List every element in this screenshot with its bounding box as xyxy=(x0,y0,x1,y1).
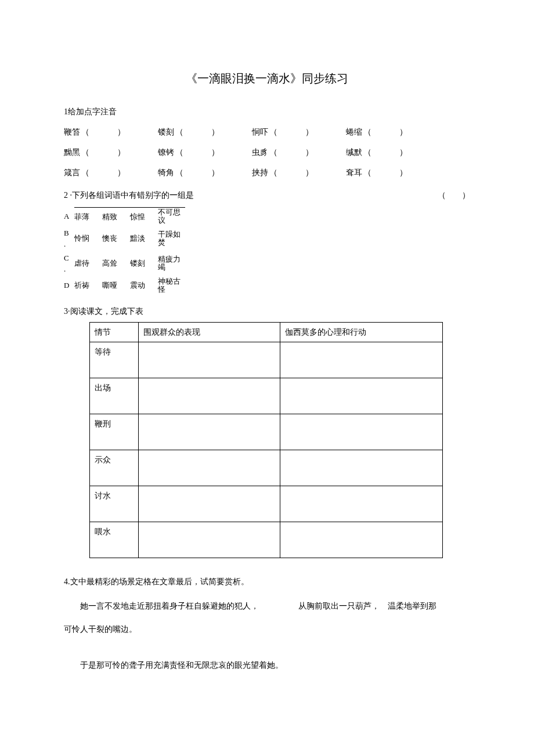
pinyin-word: 镂刻 xyxy=(158,126,174,138)
pinyin-row-3: 箴言 犄角 挟持 耷耳 xyxy=(64,167,470,179)
opt-word: 菲薄 xyxy=(74,208,102,226)
option-a: A 菲薄 精致 惊惶 不可思议 xyxy=(64,208,185,226)
paren xyxy=(174,167,219,179)
paren xyxy=(174,126,219,138)
paren xyxy=(362,146,407,158)
plot-cell: 出场 xyxy=(90,378,139,414)
opt-word: 虐待 xyxy=(74,251,102,276)
table-row: 喂水 xyxy=(90,522,443,558)
pinyin-word: 黝黑 xyxy=(64,146,80,158)
pinyin-row-1: 鞭笞 镂刻 恫吓 蜷缩 xyxy=(64,126,470,138)
col-quasimodo: 伽西莫多的心理和行动 xyxy=(280,323,443,342)
empty-cell xyxy=(280,378,443,414)
paren xyxy=(80,146,125,158)
pinyin-row-2: 黝黑 镣铐 虫豸 缄默 xyxy=(64,146,470,158)
opt-letter: D xyxy=(64,276,74,295)
empty-cell xyxy=(139,342,280,378)
option-d: D 祈祷 嘶哑 震动 神秘古怪 xyxy=(64,276,185,295)
opt-word: 黯淡 xyxy=(130,226,158,251)
pinyin-word: 鞭笞 xyxy=(64,126,80,138)
option-b: B. 怜悯 懊丧 黯淡 干躁如焚 xyxy=(64,226,185,251)
empty-cell xyxy=(280,450,443,486)
passage-seg: 从胸前取出一只葫芦， xyxy=(298,599,380,613)
empty-cell xyxy=(280,342,443,378)
opt-word: 干躁如焚 xyxy=(158,226,185,251)
opt-word: 神秘古怪 xyxy=(158,276,185,295)
opt-letter: C. xyxy=(64,251,74,276)
pinyin-word: 缄默 xyxy=(346,146,362,158)
pinyin-word: 犄角 xyxy=(158,167,174,179)
plot-cell: 喂水 xyxy=(90,522,139,558)
table-row: 鞭刑 xyxy=(90,414,443,450)
empty-cell xyxy=(280,486,443,522)
passage-seg: 她一言不发地走近那扭着身子枉自躲避她的犯人， xyxy=(64,599,259,613)
page-title: 《一滴眼泪换一滴水》同步练习 xyxy=(64,70,470,87)
plot-cell: 讨水 xyxy=(90,486,139,522)
q2-header: 2 ·下列各组词语中有错别字的一组是 xyxy=(64,189,194,201)
empty-cell xyxy=(139,522,280,558)
pinyin-word: 箴言 xyxy=(64,167,80,179)
opt-word: 精疲力竭 xyxy=(158,251,185,276)
opt-word: 祈祷 xyxy=(74,276,102,295)
paren xyxy=(80,126,125,138)
q2-row: 2 ·下列各组词语中有错别字的一组是 xyxy=(64,189,470,201)
paren xyxy=(80,167,125,179)
pinyin-word: 恫吓 xyxy=(252,126,268,138)
empty-cell xyxy=(280,522,443,558)
q4-header: 4.文中最精彩的场景定格在文章最后，试简要赏析。 xyxy=(64,576,470,588)
q4-passage: 她一言不发地走近那扭着身子枉自躲避她的犯人， 从胸前取出一只葫芦， 温柔地举到那… xyxy=(64,599,470,636)
q1-header: 1给加点字注音 xyxy=(64,106,470,118)
option-c: C. 虐待 高耸 镂刻 精疲力竭 xyxy=(64,251,185,276)
plot-cell: 鞭刑 xyxy=(90,414,139,450)
plot-cell: 示众 xyxy=(90,450,139,486)
opt-word: 懊丧 xyxy=(102,226,130,251)
passage-line: 可怜人干裂的嘴边。 xyxy=(64,623,470,636)
pinyin-word: 虫豸 xyxy=(252,146,268,158)
empty-cell xyxy=(280,414,443,450)
table-row: 讨水 xyxy=(90,486,443,522)
opt-word: 惊惶 xyxy=(130,208,158,226)
q2-choices: A 菲薄 精致 惊惶 不可思议 B. 怜悯 懊丧 黯淡 干躁如焚 C. 虐待 高… xyxy=(64,207,185,295)
q4-passage-2: 于是那可怜的聋子用充满责怪和无限悲哀的眼光望着她。 xyxy=(64,659,470,672)
paren xyxy=(268,146,313,158)
opt-letter: A xyxy=(64,208,74,226)
plot-cell: 等待 xyxy=(90,342,139,378)
opt-word: 怜悯 xyxy=(74,226,102,251)
empty-cell xyxy=(139,486,280,522)
opt-word: 精致 xyxy=(102,208,130,226)
pinyin-word: 镣铐 xyxy=(158,146,174,158)
opt-word: 高耸 xyxy=(102,251,130,276)
empty-cell xyxy=(139,450,280,486)
empty-cell xyxy=(139,414,280,450)
table-row: 示众 xyxy=(90,450,443,486)
empty-cell xyxy=(139,378,280,414)
paren xyxy=(268,126,313,138)
passage-seg: 温柔地举到那 xyxy=(388,599,436,613)
paren xyxy=(362,126,407,138)
opt-word: 镂刻 xyxy=(130,251,158,276)
opt-word: 震动 xyxy=(130,276,158,295)
pinyin-word: 蜷缩 xyxy=(346,126,362,138)
q3-header: 3·阅读课文，完成下表 xyxy=(64,305,470,317)
opt-word: 嘶哑 xyxy=(102,276,130,295)
table-header-row: 情节 围观群众的表现 伽西莫多的心理和行动 xyxy=(90,323,443,342)
opt-word: 不可思议 xyxy=(158,208,185,226)
q2-answer-blank xyxy=(438,189,470,201)
opt-letter: B. xyxy=(64,226,74,251)
paren xyxy=(174,146,219,158)
table-row: 出场 xyxy=(90,378,443,414)
paren xyxy=(362,167,407,179)
plot-table: 情节 围观群众的表现 伽西莫多的心理和行动 等待 出场 鞭刑 示众 讨水 喂水 xyxy=(89,322,443,558)
paren xyxy=(268,167,313,179)
pinyin-word: 挟持 xyxy=(252,167,268,179)
col-plot: 情节 xyxy=(90,323,139,342)
table-row: 等待 xyxy=(90,342,443,378)
pinyin-word: 耷耳 xyxy=(346,167,362,179)
col-audience: 围观群众的表现 xyxy=(139,323,280,342)
